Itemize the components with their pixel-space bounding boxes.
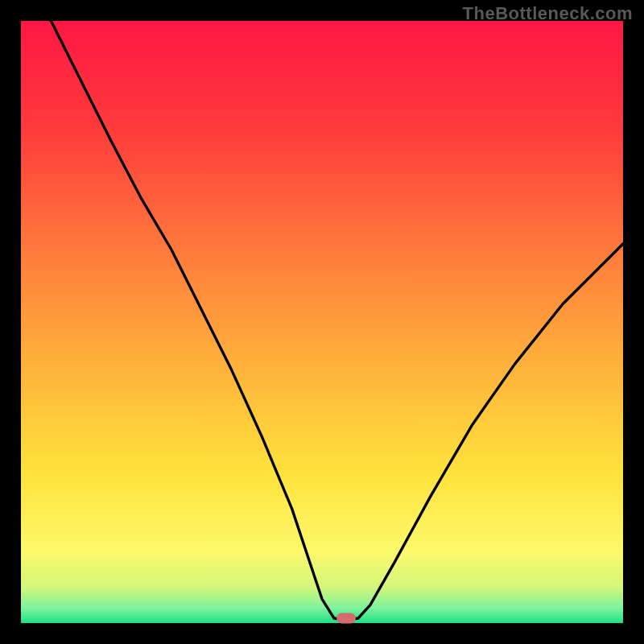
chart-frame: TheBottleneck.com <box>0 0 644 644</box>
plot-area <box>21 21 623 623</box>
selection-marker <box>336 613 356 624</box>
bottleneck-curve <box>21 21 623 623</box>
watermark-text: TheBottleneck.com <box>463 3 633 24</box>
